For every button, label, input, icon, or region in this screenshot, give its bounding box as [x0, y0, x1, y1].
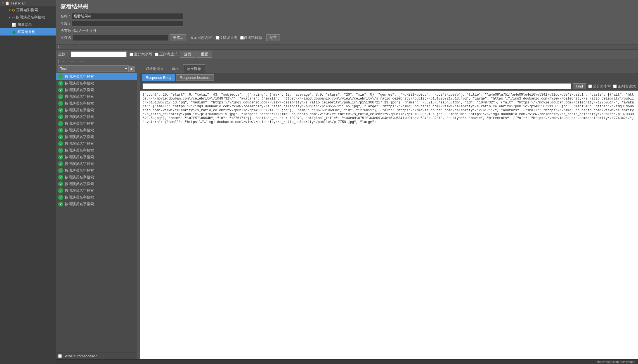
find-regex-label: 正则表达式 [618, 84, 636, 89]
triangle-down-icon3: ▼ [8, 16, 11, 19]
tree-item-label: 按照演员名字搜索 [65, 141, 94, 146]
find-regex-group: 正则表达式 [613, 84, 636, 89]
tree-item-label: 按照演员名字搜索 [65, 148, 94, 153]
tree-item[interactable]: 按照演员名字搜索 [56, 201, 137, 207]
tree-item-label: 按照演员名字搜索 [65, 94, 94, 99]
find-button[interactable]: 查找 [180, 51, 195, 58]
find-input[interactable] [143, 83, 571, 89]
tree-item-label: 按照演员名字搜索 [65, 88, 94, 93]
find-btn[interactable]: Find [573, 83, 586, 89]
success-icon [58, 101, 63, 106]
scroll-auto-label: Scroll automatically? [63, 354, 97, 358]
tree-item[interactable]: 按照演员名字搜索 [56, 147, 137, 154]
find-case-checkbox[interactable] [588, 84, 592, 88]
file-input[interactable] [73, 35, 168, 41]
name-label: 名称： [60, 14, 72, 19]
tree-item[interactable]: 按照演员名字搜索 [56, 107, 137, 114]
sidebar-item-result-tree[interactable]: 🌲 察看结果树 [0, 28, 56, 36]
tree-item[interactable]: 按照演员名字搜索 [56, 181, 137, 187]
tree-item[interactable]: 按照演员名字搜索 [56, 174, 137, 181]
display-log-label: 显示日志内容： [190, 35, 216, 40]
sub-tab-response-body[interactable]: Response Body [142, 74, 175, 81]
collapse-arrows-1: ▲ ▼ [58, 45, 60, 49]
tree-item-label: 按照演员名字搜索 [65, 202, 94, 207]
tree-item[interactable]: 按照演员名字搜索 [56, 93, 137, 100]
panel-title: 察看结果树 [60, 3, 634, 10]
tree-item[interactable]: 按照演员名字搜索 [56, 154, 137, 160]
name-row: 名称： [60, 13, 634, 19]
panel-header: 察看结果树 名称： 注释： 所有数据写入一个文件 文件名 浏览... 显示日志内… [56, 0, 638, 44]
tree-item-label: 按照演员名字搜索 [65, 101, 94, 106]
tree-item[interactable]: 按照演员名字搜索 [56, 167, 137, 174]
sidebar-item-label: 图形结果 [17, 22, 32, 27]
tree-item-label: 按照演员名字搜索 [65, 175, 94, 180]
tree-item-label: 按照演员名字搜索 [65, 155, 94, 160]
collapse-bar-1[interactable]: ▲ ▼ ⋯⋯⋯⋯⋯⋯⋯ [56, 44, 638, 50]
success-icon [58, 168, 63, 173]
tab-request[interactable]: 请求 [168, 64, 183, 73]
comment-label: 注释： [60, 21, 72, 26]
sidebar-item-actor-search[interactable]: ▼ ✏ 按照演员名字搜索 [0, 14, 56, 21]
config-button[interactable]: 配置 [266, 34, 280, 41]
tree-item[interactable]: 按照演员名字搜索 [56, 120, 137, 127]
tree-item[interactable]: 按照演员名字搜索 [56, 187, 137, 194]
gear-icon: ⚙ [12, 8, 15, 12]
reset-button[interactable]: 重置 [197, 51, 212, 58]
sidebar-item-graph-result[interactable]: 📊 图形结果 [0, 21, 56, 28]
success-icon [58, 188, 63, 193]
sub-tab-response-headers[interactable]: Response headers [176, 74, 214, 81]
tree-item[interactable]: 按照演员名字搜索 [56, 87, 137, 93]
success-log-checkbox[interactable] [240, 36, 244, 40]
tree-item[interactable]: 按照演员名字搜索 [56, 194, 137, 201]
tree-item[interactable]: 按照演员名字搜索 [56, 140, 137, 147]
sidebar-item-label: Test Plan [11, 1, 25, 5]
name-input[interactable] [72, 13, 183, 19]
sidebar-item-douban-search[interactable]: ▼ ⚙ 豆瓣电影搜索 [0, 6, 56, 14]
content-area: Text JSON XML HTML Regexp Tester CSS/JQu… [56, 64, 638, 359]
comment-row: 注释： [60, 21, 634, 27]
tree-item-label: 按照演员名字搜索 [65, 128, 94, 133]
file-section-row: 所有数据写入一个文件 [60, 28, 634, 33]
regex-checkbox[interactable] [155, 53, 159, 56]
format-dropdown[interactable]: Text JSON XML HTML Regexp Tester CSS/JQu… [58, 65, 129, 72]
tree-item[interactable]: 按照演员名字搜索 [56, 100, 137, 107]
triangle-down-icon2: ▼ [8, 9, 11, 12]
success-icon [58, 108, 63, 113]
success-icon [58, 128, 63, 133]
tree-item[interactable]: 按照演员名字搜索 [56, 160, 137, 167]
success-icon [58, 161, 63, 166]
success-icon [58, 88, 63, 93]
dropdown-arrow-button[interactable]: ▶ [129, 66, 135, 72]
success-icon [58, 202, 63, 207]
tree-item-label: 按照演员名字搜索 [65, 134, 94, 140]
triangle-down-icon: ▼ [2, 2, 4, 5]
browse-button[interactable]: 浏览... [170, 34, 186, 41]
search-input[interactable] [71, 51, 127, 57]
case-check-group: 区分大小写 [129, 52, 152, 57]
tree-item[interactable]: 按照演员名字搜索 [56, 73, 137, 80]
collapse-bar-2[interactable]: ▲ ▼ ⋯⋯⋯⋯⋯⋯⋯ [56, 59, 638, 64]
tree-item[interactable]: 按照演员名字搜索 [56, 80, 137, 87]
resize-handle[interactable]: ⋮ [137, 64, 140, 359]
response-body[interactable]: {"count": 20, "start": 0, "total": 43, "… [140, 91, 638, 359]
scroll-auto-checkbox[interactable] [58, 354, 62, 358]
regex-check-group: 正则表达式 [155, 52, 178, 57]
plan-icon: 📋 [5, 1, 10, 5]
error-log-checkbox[interactable] [216, 36, 219, 40]
sub-tabs-row: Response BodyResponse headers [140, 73, 638, 82]
tab-sampler-result[interactable]: 取样器结果 [142, 64, 167, 73]
success-icon [58, 74, 63, 79]
pencil-icon: ✏ [12, 15, 15, 20]
case-checkbox[interactable] [129, 53, 133, 56]
status-bar: https://blog.csdn.net/liying15 [56, 359, 638, 364]
tab-response-data[interactable]: 响应数据 [183, 64, 205, 73]
tree-item-label: 按照演员名字搜索 [65, 108, 94, 113]
comment-input[interactable] [72, 21, 183, 27]
case-label: 区分大小写 [134, 52, 152, 57]
tree-item[interactable]: 按照演员名字搜索 [56, 114, 137, 120]
drag-dots-2: ⋯⋯⋯⋯⋯⋯⋯ [62, 60, 86, 63]
find-regex-checkbox[interactable] [613, 84, 617, 88]
sidebar-item-test-plan[interactable]: ▼ 📋 Test Plan [0, 0, 56, 6]
tree-item[interactable]: 按照演员名字搜索 [56, 127, 137, 134]
tree-item[interactable]: 按照演员名字搜索 [56, 134, 137, 140]
